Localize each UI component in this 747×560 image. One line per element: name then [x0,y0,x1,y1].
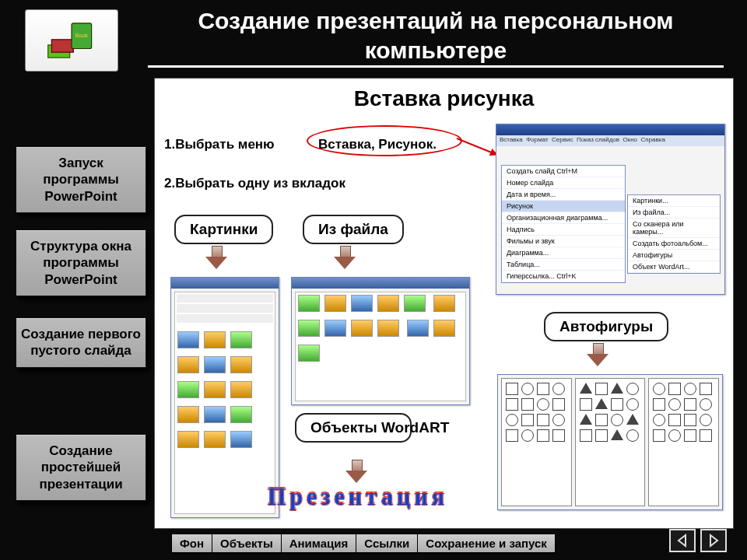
svg-rect-1 [51,40,73,52]
title-underline [148,65,724,68]
arrow-down-icon [345,460,367,483]
option-autoshapes[interactable]: Автофигуры [544,312,668,341]
nav-create-blank-slide[interactable]: Создание первого пустого слайда [16,317,146,368]
step1-text: 1.Выбрать меню [164,137,275,152]
arrow-down-icon [205,246,227,269]
tab-links[interactable]: Ссылки [356,534,418,554]
option-clipart[interactable]: Картинки [174,215,273,244]
page-title: Создание презентаций на персональном ком… [148,6,724,65]
submenu-picture: Картинки... Из файла... Со сканера или к… [627,194,721,274]
nav-window-structure[interactable]: Структура окна программы PowerPoint [16,229,146,296]
wordart-sample: Презентация [268,482,448,510]
option-wordart[interactable]: Объекты WordART [295,413,412,443]
option-from-file[interactable]: Из файла [303,215,404,244]
dropdown-insert: Создать слайд Ctrl+M Номер слайда Дата и… [501,165,626,283]
callout-arrow [457,138,500,156]
logo-bookworm: Book [25,9,118,72]
triangle-right-icon [706,533,721,548]
callout-ellipse [307,125,462,156]
screenshot-clipart-pane [170,277,279,518]
screenshot-insert-menu: Вставка Формат Сервис Показ слайдов Окно… [496,124,725,295]
step2-text: 2.Выбрать одну из вкладок [164,176,345,191]
arrow-down-icon [334,246,356,269]
prev-slide-button[interactable] [669,529,696,552]
nav-create-simple-pres[interactable]: Создание простейшей презентации [16,434,146,501]
next-slide-button[interactable] [700,529,727,552]
tab-background[interactable]: Фон [171,534,212,554]
screenshot-file-dialog [291,277,470,405]
svg-text:Book: Book [75,33,88,39]
screenshot-autoshapes [497,374,723,510]
nav-launch-powerpoint[interactable]: Запуск программы PowerPoint [16,146,146,213]
tab-save-run[interactable]: Сохранение и запуск [417,534,556,554]
bottom-tabs: Фон Объекты Анимация Ссылки Сохранение и… [171,534,555,554]
slide-title: Вставка рисунка [155,86,733,111]
slide-panel: Вставка рисунка 1.Выбрать меню Вставка, … [154,78,734,529]
arrow-down-icon [587,343,608,366]
tab-objects[interactable]: Объекты [212,534,282,554]
tab-animation[interactable]: Анимация [281,534,357,554]
triangle-left-icon [675,533,690,548]
